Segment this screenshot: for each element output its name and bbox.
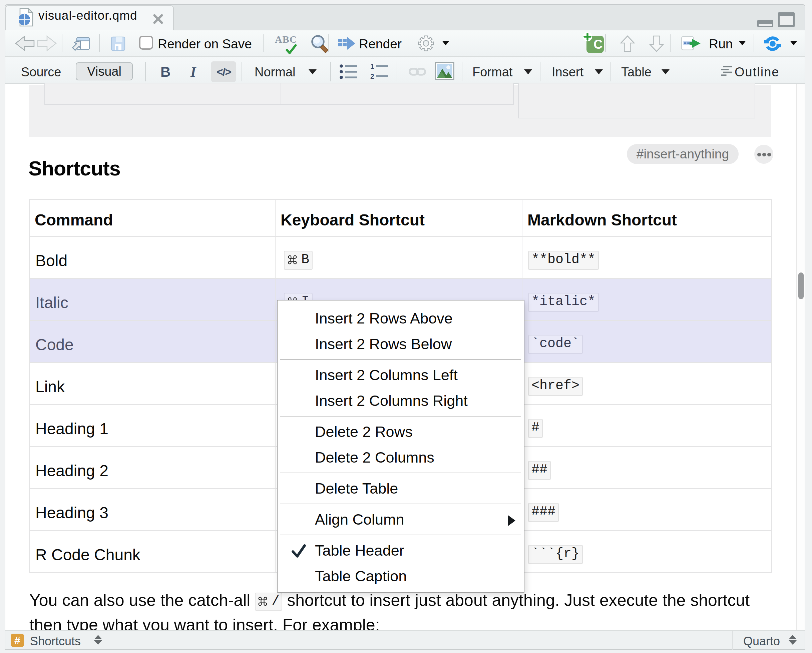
svg-text:2: 2 — [370, 72, 374, 80]
svg-text:1: 1 — [370, 63, 374, 70]
